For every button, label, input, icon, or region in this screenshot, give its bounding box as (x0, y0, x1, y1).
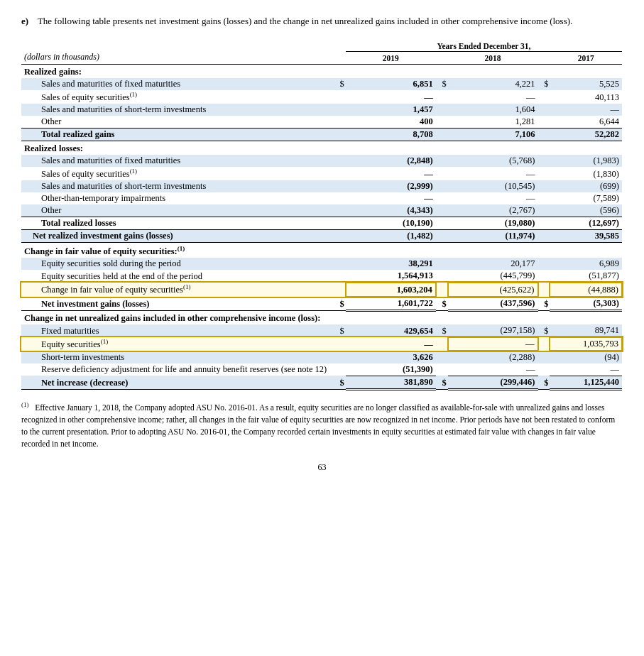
sym-2018 (436, 230, 448, 243)
val-2017: 6,644 (550, 116, 622, 129)
sym-2018: $ (436, 78, 448, 90)
table-row: Fixed maturities$429,654$(297,158)$89,74… (21, 324, 622, 337)
val-2018: — (448, 192, 538, 204)
footnote: (1) Effective January 1, 2018, the Compa… (21, 400, 623, 451)
sym-2018 (436, 283, 448, 296)
val-2018: (445,799) (448, 270, 538, 283)
years-header-row: Years Ended December 31, (21, 41, 622, 52)
sym-2019: $ (334, 78, 346, 90)
table-row: Change in net unrealized gains included … (21, 310, 622, 324)
year-2019-header: 2019 (346, 51, 436, 65)
row-label: Sales and maturities of short-term inves… (21, 180, 334, 192)
row-label: Reserve deficiency adjustment for life a… (21, 363, 334, 376)
sym-2017 (538, 180, 550, 192)
sym-2018 (436, 155, 448, 167)
table-row: Short-term investments3,626(2,288)(94) (21, 351, 622, 363)
val-2018: — (448, 90, 538, 104)
val-2018: (10,545) (448, 180, 538, 192)
val-2018: (11,974) (448, 230, 538, 243)
sym-2019 (334, 116, 346, 129)
val-2018: (425,622) (448, 283, 538, 296)
intro-body: The following table presents net investm… (38, 16, 572, 26)
sym-2017 (538, 230, 550, 243)
val-2017: 39,585 (550, 230, 622, 243)
row-label: Sales and maturities of short-term inves… (21, 104, 334, 116)
table-row: Realized gains: (21, 65, 622, 79)
sym-2018-header (436, 51, 448, 65)
sym-2019 (334, 351, 346, 363)
table-row: Change in fair value of equity securitie… (21, 243, 622, 258)
val-2017: (1,983) (550, 155, 622, 167)
row-label: Net realized investment gains (losses) (21, 230, 334, 243)
row-label: Sales of equity securities(1) (21, 167, 334, 180)
val-2017: (44,888) (550, 283, 622, 296)
val-2019: 38,291 (346, 258, 436, 270)
sym-2019 (334, 155, 346, 167)
sym-2017 (538, 283, 550, 296)
table-row: Total realized gains8,7087,10652,282 (21, 129, 622, 141)
sym-2018 (436, 90, 448, 104)
val-2017: 5,525 (550, 78, 622, 90)
sym-2017 (538, 90, 550, 104)
sym-2018 (436, 104, 448, 116)
table-row: Realized losses: (21, 141, 622, 155)
val-2019: 400 (346, 116, 436, 129)
column-headers: (dollars in thousands) 2019 2018 2017 (21, 51, 622, 65)
row-label: Other (21, 116, 334, 129)
sym-2019 (334, 180, 346, 192)
sym-2018: $ (436, 324, 448, 337)
table-row: Equity securities(1)——1,035,793 (21, 337, 622, 351)
sym-2017: $ (538, 78, 550, 90)
row-label: Total realized gains (21, 129, 334, 141)
sym-2017: $ (538, 324, 550, 337)
val-2018: 20,177 (448, 258, 538, 270)
table-row: Equity securities sold during the period… (21, 258, 622, 270)
row-label: Total realized losses (21, 217, 334, 230)
sym-2018 (436, 258, 448, 270)
row-label: Net investment gains (losses) (21, 297, 334, 311)
table-row: Other(4,343)(2,767)(596) (21, 204, 622, 217)
sym-2017 (538, 217, 550, 230)
sym-2019 (334, 337, 346, 351)
val-2018: (299,446) (448, 376, 538, 389)
val-2018: — (448, 167, 538, 180)
sym-2018 (436, 217, 448, 230)
table-row: Equity securities held at the end of the… (21, 270, 622, 283)
sym-2018 (436, 180, 448, 192)
sym-2018: $ (436, 376, 448, 389)
table-row: Sales and maturities of fixed maturities… (21, 155, 622, 167)
row-label: Short-term investments (21, 351, 334, 363)
table-row: Sales of equity securities(1)——40,113 (21, 90, 622, 104)
row-label: Other (21, 204, 334, 217)
row-label: Equity securities sold during the period (21, 258, 334, 270)
years-label: Years Ended December 31, (346, 41, 622, 52)
sym-2019: $ (334, 376, 346, 389)
row-label: Equity securities(1) (21, 337, 334, 351)
val-2018: (5,768) (448, 155, 538, 167)
sym-2018: $ (436, 297, 448, 311)
sym-2018 (436, 129, 448, 141)
footnote-num: (1) (21, 401, 29, 408)
sym-2017: $ (538, 376, 550, 389)
val-2019: (10,190) (346, 217, 436, 230)
val-2019: (1,482) (346, 230, 436, 243)
val-2018: 4,221 (448, 78, 538, 90)
table-row: Net investment gains (losses)$1,601,722$… (21, 297, 622, 311)
val-2019: (4,343) (346, 204, 436, 217)
val-2019: — (346, 337, 436, 351)
val-2019: 1,603,204 (346, 283, 436, 296)
row-label: Fixed maturities (21, 324, 334, 337)
table-row: Sales of equity securities(1)——(1,830) (21, 167, 622, 180)
val-2017: 1,125,440 (550, 376, 622, 389)
val-2017: (5,303) (550, 297, 622, 311)
val-2018: (19,080) (448, 217, 538, 230)
val-2017: (7,589) (550, 192, 622, 204)
sym-2019 (334, 192, 346, 204)
val-2017: (94) (550, 351, 622, 363)
sym-2019: $ (334, 324, 346, 337)
row-label: Realized gains: (21, 65, 334, 79)
sym-2017-header (538, 51, 550, 65)
sym-2018 (436, 363, 448, 376)
sym-2017 (538, 155, 550, 167)
table-row: Other-than-temporary impairments——(7,589… (21, 192, 622, 204)
